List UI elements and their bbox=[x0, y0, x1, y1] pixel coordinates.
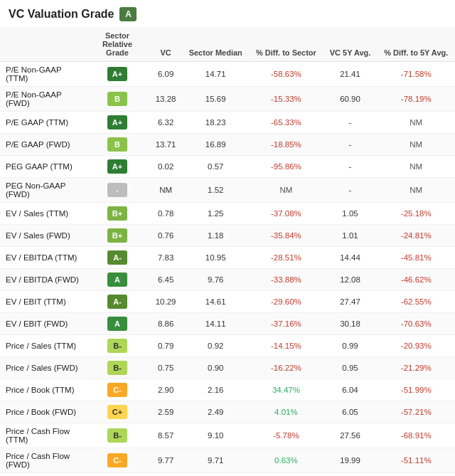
sector-relative-badge: B+ bbox=[107, 206, 127, 221]
col-header-metric bbox=[0, 27, 85, 62]
sector-relative-badge-cell: A bbox=[85, 313, 149, 335]
vc-5y-avg-value: 0.95 bbox=[323, 357, 378, 379]
table-row: PEG Non-GAAP (FWD)-NM1.52NM-NM bbox=[0, 178, 455, 203]
sector-relative-badge-cell: B- bbox=[85, 423, 149, 448]
pct-diff-5y-value: - bbox=[378, 473, 455, 477]
pct-diff-sector-value: -18.85% bbox=[249, 134, 323, 156]
sector-relative-badge-cell: A+ bbox=[85, 112, 149, 134]
metric-label: EV / Sales (TTM) bbox=[0, 203, 85, 225]
sector-relative-badge: A bbox=[107, 273, 127, 287]
metric-label: EV / EBITDA (FWD) bbox=[0, 269, 85, 291]
sector-relative-badge: B bbox=[107, 92, 127, 106]
sector-relative-badge-cell: A- bbox=[85, 247, 149, 269]
col-header-sector-median: Sector Median bbox=[182, 27, 249, 62]
table-row: P/E Non-GAAP (TTM)A+6.0914.71-58.63%21.4… bbox=[0, 62, 455, 87]
sector-relative-badge-cell: C+ bbox=[85, 401, 149, 423]
pct-diff-5y-value: -51.11% bbox=[378, 448, 455, 473]
sector-relative-badge-cell: B- bbox=[85, 357, 149, 379]
sector-relative-badge: B+ bbox=[107, 228, 127, 243]
sector-median-value: 9.10 bbox=[182, 423, 249, 448]
sector-median-value: 16.89 bbox=[182, 134, 249, 156]
vc-5y-avg-value: - bbox=[323, 156, 378, 178]
sector-relative-badge: A- bbox=[107, 295, 127, 309]
pct-diff-5y-value: -21.29% bbox=[378, 357, 455, 379]
metric-label: P/E GAAP (TTM) bbox=[0, 112, 85, 134]
sector-median-value: 9.76 bbox=[182, 269, 249, 291]
pct-diff-sector-value: -95.86% bbox=[249, 156, 323, 178]
vc-value: 13.28 bbox=[149, 87, 182, 112]
metric-label: EV / EBITDA (TTM) bbox=[0, 247, 85, 269]
pct-diff-sector-value: 34.47% bbox=[249, 379, 323, 401]
sector-relative-badge: C+ bbox=[107, 405, 127, 419]
pct-diff-5y-value: -20.93% bbox=[378, 335, 455, 357]
vc-5y-avg-value: 6.04 bbox=[323, 379, 378, 401]
vc-value: 6.09 bbox=[149, 62, 182, 87]
sector-relative-badge: B bbox=[107, 137, 127, 152]
pct-diff-5y-value: -68.91% bbox=[378, 423, 455, 448]
sector-relative-badge: B- bbox=[107, 339, 127, 353]
sector-relative-badge-cell: B+ bbox=[85, 203, 149, 225]
table-row: P/E GAAP (FWD)B13.7116.89-18.85%-NM bbox=[0, 134, 455, 156]
table-row: EV / EBITDA (FWD)A6.459.76-33.88%12.08-4… bbox=[0, 269, 455, 291]
col-header-sector-relative: Sector Relative Grade bbox=[85, 27, 149, 62]
table-header-row: Sector Relative Grade VC Sector Median %… bbox=[0, 27, 455, 62]
table-row: EV / EBIT (FWD)A8.8614.11-37.16%30.18-70… bbox=[0, 313, 455, 335]
vc-5y-avg-value: 27.47 bbox=[323, 291, 378, 313]
sector-relative-badge: A bbox=[107, 317, 127, 331]
table-row: EV / EBITDA (TTM)A-7.8310.95-28.51%14.44… bbox=[0, 247, 455, 269]
sector-relative-badge: C- bbox=[107, 383, 127, 397]
vc-5y-avg-value: 21.41 bbox=[323, 62, 378, 87]
col-header-pct-diff-sector: % Diff. to Sector bbox=[249, 27, 323, 62]
table-body: P/E Non-GAAP (TTM)A+6.0914.71-58.63%21.4… bbox=[0, 62, 455, 477]
table-row: EV / EBIT (TTM)A-10.2914.61-29.60%27.47-… bbox=[0, 291, 455, 313]
sector-median-value: 2.16 bbox=[182, 379, 249, 401]
sector-relative-badge: B- bbox=[107, 428, 127, 443]
table-row: Price / Sales (TTM)B-0.790.92-14.15%0.99… bbox=[0, 335, 455, 357]
vc-5y-avg-value: - bbox=[323, 473, 378, 477]
table-row: Dividend Yield (TTM)--2.15%--- bbox=[0, 473, 455, 477]
table-row: PEG GAAP (TTM)A+0.020.57-95.86%-NM bbox=[0, 156, 455, 178]
vc-5y-avg-value: 27.56 bbox=[323, 423, 378, 448]
pct-diff-5y-value: NM bbox=[378, 178, 455, 203]
sector-median-value: 9.71 bbox=[182, 448, 249, 473]
pct-diff-sector-value: -28.51% bbox=[249, 247, 323, 269]
table-row: Price / Cash Flow (TTM)B-8.579.10-5.78%2… bbox=[0, 423, 455, 448]
valuation-table: Sector Relative Grade VC Sector Median %… bbox=[0, 27, 455, 476]
table-row: P/E Non-GAAP (FWD)B13.2815.69-15.33%60.9… bbox=[0, 87, 455, 112]
table-row: Price / Book (FWD)C+2.592.494.01%6.05-57… bbox=[0, 401, 455, 423]
vc-value: 9.77 bbox=[149, 448, 182, 473]
metric-label: PEG GAAP (TTM) bbox=[0, 156, 85, 178]
vc-value: 13.71 bbox=[149, 134, 182, 156]
pct-diff-sector-value: - bbox=[249, 473, 323, 477]
vc-value: 7.83 bbox=[149, 247, 182, 269]
pct-diff-sector-value: -37.08% bbox=[249, 203, 323, 225]
sector-median-value: 0.57 bbox=[182, 156, 249, 178]
sector-median-value: 18.23 bbox=[182, 112, 249, 134]
vc-value: - bbox=[149, 473, 182, 477]
metric-label: Price / Sales (FWD) bbox=[0, 357, 85, 379]
pct-diff-sector-value: -35.84% bbox=[249, 225, 323, 247]
pct-diff-sector-value: -5.78% bbox=[249, 423, 323, 448]
vc-5y-avg-value: 1.01 bbox=[323, 225, 378, 247]
table-row: Price / Book (TTM)C-2.902.1634.47%6.04-5… bbox=[0, 379, 455, 401]
metric-label: Price / Sales (TTM) bbox=[0, 335, 85, 357]
vc-value: 2.90 bbox=[149, 379, 182, 401]
table-row: EV / Sales (FWD)B+0.761.18-35.84%1.01-24… bbox=[0, 225, 455, 247]
vc-value: 0.02 bbox=[149, 156, 182, 178]
sector-relative-badge: B- bbox=[107, 361, 127, 375]
vc-5y-avg-value: 30.18 bbox=[323, 313, 378, 335]
vc-value: 8.57 bbox=[149, 423, 182, 448]
sector-relative-badge: - bbox=[107, 183, 127, 197]
pct-diff-sector-value: -33.88% bbox=[249, 269, 323, 291]
sector-median-value: 1.52 bbox=[182, 178, 249, 203]
sector-relative-badge: C- bbox=[107, 453, 127, 467]
vc-value: NM bbox=[149, 178, 182, 203]
vc-value: 8.86 bbox=[149, 313, 182, 335]
sector-median-value: 10.95 bbox=[182, 247, 249, 269]
vc-5y-avg-value: - bbox=[323, 134, 378, 156]
sector-relative-badge-cell: C- bbox=[85, 379, 149, 401]
vc-value: 0.76 bbox=[149, 225, 182, 247]
metric-label: P/E Non-GAAP (FWD) bbox=[0, 87, 85, 112]
sector-median-value: 14.71 bbox=[182, 62, 249, 87]
col-header-vc-5y-avg: VC 5Y Avg. bbox=[323, 27, 378, 62]
